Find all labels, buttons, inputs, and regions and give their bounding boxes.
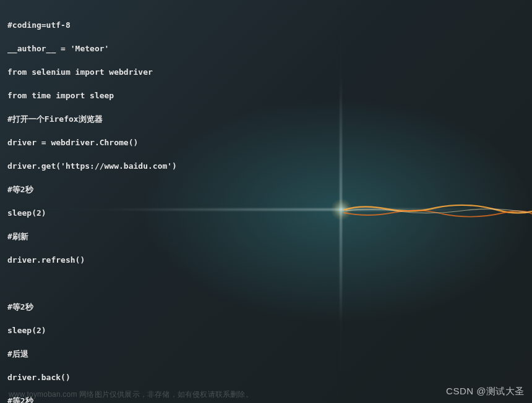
code-line: [7, 278, 525, 289]
code-line: #等2秒: [7, 184, 525, 195]
source-watermark: www.toymoban.com 网络图片仅供展示，非存储，如有侵权请联系删除。: [9, 389, 253, 401]
code-line: from selenium import webdriver: [7, 66, 525, 78]
csdn-watermark: CSDN @测试大圣: [446, 385, 525, 397]
code-line: #后退: [7, 348, 525, 360]
code-line: #打开一个Firefox浏览器: [7, 113, 525, 125]
code-block: #coding=utf-8 __author__ = 'Meteor' from…: [0, 0, 532, 403]
code-line: driver.refresh(): [7, 254, 525, 266]
code-line: sleep(2): [7, 207, 525, 219]
code-line: from time import sleep: [7, 90, 525, 101]
code-line: #刷新: [7, 231, 525, 242]
code-line: driver.get('https://www.baidu.com'): [7, 160, 525, 172]
code-line: #coding=utf-8: [7, 19, 525, 31]
code-line: #等2秒: [7, 301, 525, 313]
code-line: sleep(2): [7, 325, 525, 336]
code-line: __author__ = 'Meteor': [7, 43, 525, 54]
code-line: driver = webdriver.Chrome(): [7, 137, 525, 148]
code-line: driver.back(): [7, 371, 525, 383]
